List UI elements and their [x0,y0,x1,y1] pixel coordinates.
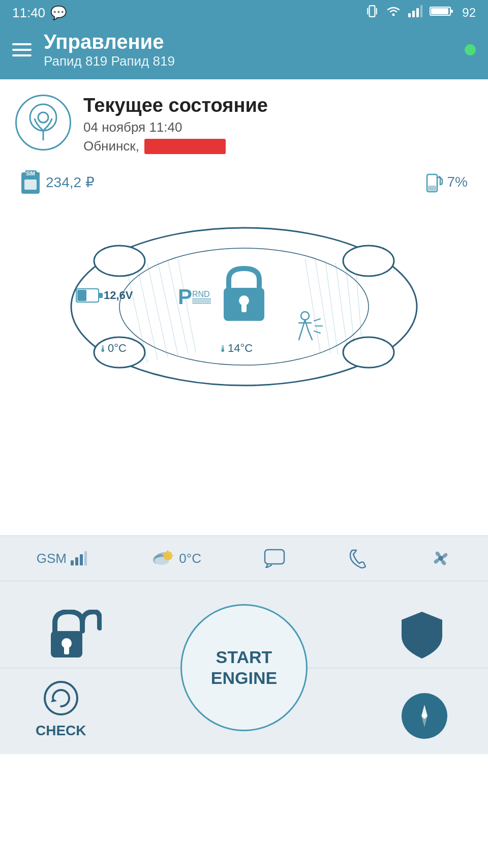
svg-rect-6 [416,8,419,17]
svg-marker-80 [51,698,57,702]
svg-text:0°C: 0°C [108,342,127,354]
svg-rect-7 [420,5,422,17]
svg-text:RND: RND [192,290,210,298]
sim-balance: SIM 234,2 ₽ [20,169,95,195]
svg-point-3 [392,14,395,16]
svg-point-11 [30,104,56,131]
empty-space [0,424,488,535]
unlock-icon [41,610,102,661]
car-top-view-svg: 12,6V P RND [25,200,463,413]
svg-point-32 [94,246,145,276]
svg-rect-14 [24,179,37,190]
phone-icon [348,548,368,568]
vibrate-icon [365,5,379,21]
svg-rect-74 [265,550,284,564]
fan-icon [430,548,451,569]
svg-text:P: P [178,285,192,309]
unlock-button[interactable] [41,610,102,663]
controls-area: START ENGINE CHECK [0,581,488,754]
svg-rect-63 [80,554,83,565]
state-info-block: Текущее состояние 04 ноября 11:40 Обнинс… [83,95,268,154]
fuel-level-value: 7% [447,174,468,190]
svg-point-12 [38,112,48,123]
svg-text:14°C: 14°C [228,342,253,354]
svg-rect-17 [428,186,436,191]
sim-icon: SIM [20,169,41,195]
svg-rect-61 [71,560,74,565]
status-bar: 11:40 💬 92 [0,0,488,25]
svg-text:SIM: SIM [26,171,35,176]
shield-button[interactable] [396,610,447,663]
svg-point-34 [343,246,394,276]
page-title: Управление [44,31,175,53]
app-header: Управление Рапид 819 Рапид 819 [0,25,488,79]
location-pin-icon [25,102,61,143]
message-button[interactable] [264,549,285,568]
gsm-label: GSM [37,551,67,566]
svg-point-84 [422,714,426,718]
car-subtitle: Рапид 819 Рапид 819 [44,53,175,69]
info-bar: SIM 234,2 ₽ 7% [0,164,488,200]
svg-rect-64 [84,551,87,565]
svg-rect-9 [431,8,448,14]
phone-button[interactable] [348,548,368,568]
svg-rect-10 [450,10,453,13]
svg-rect-1 [368,8,369,15]
time-display: 11:40 [12,5,45,21]
svg-rect-4 [408,13,411,17]
fuel-level: 7% [425,170,468,194]
location-prefix: Обнинск, [83,138,139,154]
svg-rect-38 [77,290,86,301]
compass-icon [409,701,440,731]
svg-rect-47 [241,303,247,312]
svg-point-75 [438,556,443,561]
message-icon: 💬 [50,5,67,21]
svg-rect-5 [412,11,415,17]
svg-rect-62 [75,557,78,565]
svg-rect-2 [376,8,377,15]
header-title-group: Управление Рапид 819 Рапид 819 [44,31,175,69]
start-engine-button[interactable]: START ENGINE [180,604,308,731]
svg-text:🌡: 🌡 [219,344,228,354]
svg-point-79 [45,682,77,714]
location-icon-circle [15,95,71,151]
check-button[interactable]: CHECK [36,678,86,739]
weather-status: 0°C [149,550,201,567]
start-label: START [216,647,272,668]
signal-icon [408,5,422,20]
compass-button[interactable] [402,693,447,739]
bottom-status-bar: GSM 0°C [0,535,488,581]
engine-label: ENGINE [211,668,277,689]
weather-icon [149,550,175,567]
menu-button[interactable] [12,43,32,56]
current-state-card: Текущее состояние 04 ноября 11:40 Обнинс… [0,79,488,164]
chat-icon [264,549,285,568]
svg-rect-37 [99,293,103,298]
weather-temp: 0°C [179,551,201,566]
svg-point-35 [343,337,394,368]
car-diagram: 12,6V P RND [25,200,463,413]
wifi-icon [386,5,401,20]
fan-button[interactable] [430,548,451,569]
gsm-signal-icon [71,551,87,565]
sim-balance-value: 234,2 ₽ [46,174,95,191]
state-location: Обнинск, [83,138,268,154]
battery-icon [430,5,455,20]
location-redacted [144,139,226,154]
svg-text:12,6V: 12,6V [104,289,133,302]
svg-text:🌡: 🌡 [99,344,108,354]
svg-rect-78 [64,646,69,654]
fuel-icon [425,170,443,194]
state-datetime: 04 ноября 11:40 [83,119,268,135]
gsm-status: GSM [37,551,87,566]
battery-level: 92 [462,6,476,20]
refresh-icon [41,678,81,719]
check-label: CHECK [36,723,86,739]
shield-icon [396,610,447,661]
connection-status-dot [465,44,476,55]
state-heading: Текущее состояние [83,95,268,116]
svg-rect-0 [370,6,375,17]
